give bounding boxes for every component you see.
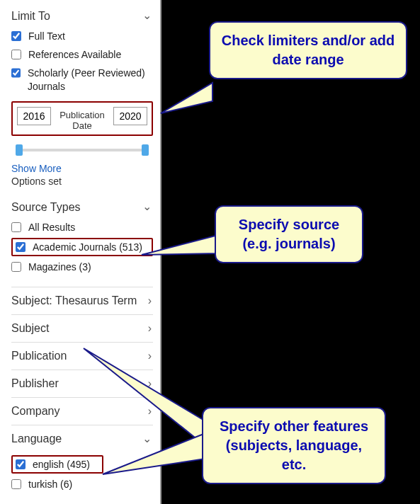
section-limit-to[interactable]: Limit To ⌄ (11, 4, 153, 27)
date-from-input[interactable] (17, 107, 51, 125)
limiter-references-label: References Available (28, 48, 121, 61)
svg-marker-2 (84, 348, 205, 446)
source-journals-checkbox[interactable] (16, 242, 25, 252)
facet-subject-thesaurus[interactable]: Subject: Thesaurus Term › (11, 287, 153, 314)
slider-handle-right[interactable] (142, 144, 149, 156)
language-english-checkbox[interactable] (16, 459, 25, 469)
svg-marker-1 (142, 235, 218, 255)
chevron-down-icon: ⌄ (142, 10, 152, 21)
source-magazines-label: Magazines (3) (28, 260, 91, 273)
limiter-references[interactable]: References Available (11, 45, 153, 64)
section-limit-to-label: Limit To (11, 10, 50, 22)
options-set-text: Options set (11, 176, 153, 187)
date-slider[interactable] (16, 144, 149, 156)
date-range-box: Publication Date (11, 101, 153, 136)
facet-subject-label: Subject (11, 322, 49, 334)
limiter-scholarly-checkbox[interactable] (11, 68, 21, 78)
callout-limiters: Check limiters and/or add date range (209, 21, 407, 79)
source-all-results[interactable]: All Results (11, 218, 153, 236)
section-source-types[interactable]: Source Types ⌄ (11, 195, 153, 218)
language-turkish-label: turkish (6) (28, 478, 72, 491)
source-magazines[interactable]: Magazines (3) (11, 258, 153, 276)
callout-limiters-text: Check limiters and/or add date range (222, 33, 395, 67)
facet-publisher-label: Publisher (11, 377, 59, 389)
limiter-full-text-checkbox[interactable] (11, 31, 21, 41)
source-magazines-checkbox[interactable] (11, 262, 21, 272)
svg-marker-0 (161, 83, 212, 113)
callout-features: Specify other features (subjects, langua… (202, 407, 386, 484)
show-more-link[interactable]: Show More (11, 163, 153, 174)
limiter-scholarly-label: Scholarly (Peer Reviewed) Journals (28, 67, 153, 92)
slider-track (20, 149, 144, 151)
source-academic-journals-highlight: Academic Journals (513) (11, 238, 153, 256)
date-range-label: Publication Date (57, 107, 108, 132)
chevron-down-icon: ⌄ (142, 201, 152, 212)
source-all-checkbox[interactable] (11, 222, 21, 232)
facet-subject-thesaurus-label: Subject: Thesaurus Term (11, 294, 137, 307)
limiter-references-checkbox[interactable] (11, 50, 21, 59)
callout-tail-3 (78, 347, 220, 474)
callout-tail-2 (140, 234, 225, 262)
facet-publication-label: Publication (11, 350, 67, 362)
chevron-right-icon: › (148, 323, 152, 334)
slider-handle-left[interactable] (16, 144, 23, 156)
source-journals-label: Academic Journals (513) (33, 241, 142, 253)
language-turkish-checkbox[interactable] (11, 479, 21, 489)
callout-source: Specify source (e.g. journals) (215, 205, 363, 263)
limiter-full-text-label: Full Text (28, 30, 65, 42)
source-academic-journals[interactable]: Academic Journals (513) (16, 241, 149, 253)
svg-marker-3 (103, 433, 205, 474)
callout-features-text: Specify other features (subjects, langua… (220, 418, 368, 472)
callout-tail-1 (159, 81, 223, 117)
chevron-right-icon: › (148, 295, 152, 307)
facet-language-label: Language (11, 433, 62, 445)
section-source-types-label: Source Types (11, 201, 81, 213)
source-all-label: All Results (28, 221, 75, 234)
date-to-input[interactable] (113, 107, 147, 125)
callout-source-text: Specify source (e.g. journals) (239, 217, 339, 251)
facet-company-label: Company (11, 405, 59, 417)
facet-subject[interactable]: Subject › (11, 314, 153, 342)
language-turkish[interactable]: turkish (6) (11, 475, 153, 493)
limiter-scholarly[interactable]: Scholarly (Peer Reviewed) Journals (11, 64, 153, 95)
limiter-full-text[interactable]: Full Text (11, 27, 153, 45)
